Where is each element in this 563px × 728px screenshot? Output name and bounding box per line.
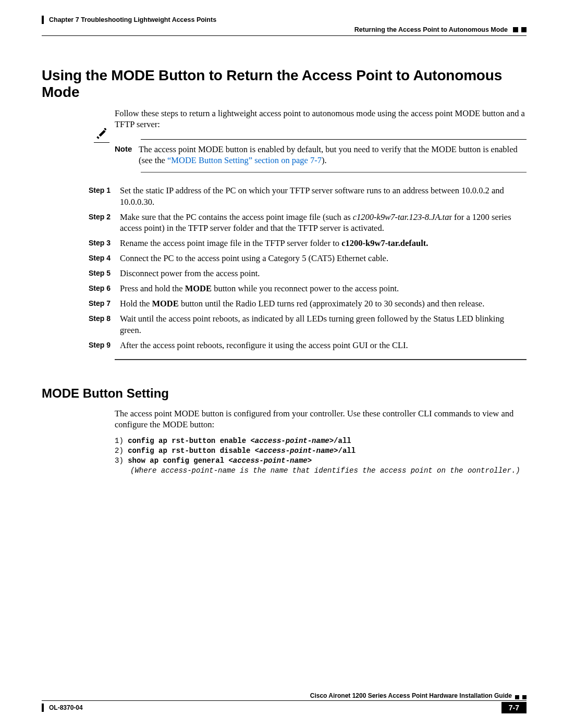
section1-intro: Follow these steps to return a lightweig… <box>115 108 527 130</box>
mode-button-setting-link[interactable]: “MODE Button Setting” section on page 7-… <box>167 155 322 165</box>
step-row: Step 8Wait until the access point reboot… <box>89 313 527 335</box>
steps-block: Step 1Set the static IP address of the P… <box>89 185 527 360</box>
step-row: Step 1Set the static IP address of the P… <box>89 185 527 207</box>
step-label: Step 2 <box>89 212 120 222</box>
step-label: Step 1 <box>89 185 120 195</box>
step-row: Step 4Connect the PC to the access point… <box>89 253 527 264</box>
step-label: Step 7 <box>89 298 120 309</box>
header-chapter-row: Chapter 7 Troubleshooting Lightweight Ac… <box>42 16 527 24</box>
header-chapter: Chapter 7 Troubleshooting Lightweight Ac… <box>49 16 216 23</box>
step-text: Make sure that the PC contains the acces… <box>120 212 527 233</box>
pencil-icon <box>95 128 108 141</box>
step-label: Step 4 <box>89 253 120 263</box>
cli-line: 1) config ap rst-button enable <access-p… <box>115 436 527 446</box>
section2-intro: The access point MODE button is configur… <box>115 408 527 430</box>
step-row: Step 9After the access point reboots, re… <box>89 340 527 351</box>
header-square-icon <box>521 27 527 32</box>
footer-guide: Cisco Aironet 1200 Series Access Point H… <box>310 692 512 699</box>
footer-doc: OL-8370-04 <box>49 704 83 711</box>
step-text: Connect the PC to the access point using… <box>120 253 527 264</box>
header-rule <box>42 35 527 36</box>
step-row: Step 6Press and hold the MODE button whi… <box>89 283 527 294</box>
step-text: Hold the MODE button until the Radio LED… <box>120 298 527 309</box>
header-breadcrumb-row: Returning the Access Point to Autonomous… <box>42 26 527 33</box>
step-text: Disconnect power from the access point. <box>120 268 527 279</box>
step-label: Step 6 <box>89 283 120 293</box>
step-text: Rename the access point image file in th… <box>120 238 527 249</box>
step-label: Step 3 <box>89 238 120 248</box>
page-number: 7-7 <box>501 702 527 713</box>
footer-square-icon <box>522 695 527 699</box>
step-label: Step 9 <box>89 340 120 350</box>
footer: Cisco Aironet 1200 Series Access Point H… <box>42 692 527 713</box>
step-label: Step 8 <box>89 313 120 324</box>
step-text: Press and hold the MODE button while you… <box>120 283 527 294</box>
step-label: Step 5 <box>89 268 120 278</box>
step-text: After the access point reboots, reconfig… <box>120 340 527 351</box>
header-breadcrumb: Returning the Access Point to Autonomous… <box>354 26 508 33</box>
footer-square-icon <box>515 695 519 699</box>
note-text: The access point MODE button is enabled … <box>139 144 527 166</box>
step-row: Step 2Make sure that the PC contains the… <box>89 212 527 233</box>
header-square-icon <box>513 27 518 32</box>
note-icon-col <box>89 128 115 143</box>
footer-bar-icon <box>42 704 44 712</box>
note-label: Note <box>115 144 139 153</box>
header-bar-icon <box>42 16 44 24</box>
step-row: Step 7Hold the MODE button until the Rad… <box>89 298 527 309</box>
cli-note: (Where access-point-name is the name tha… <box>115 466 527 476</box>
step-text: Wait until the access point reboots, as … <box>120 313 527 335</box>
cli-block: 1) config ap rst-button enable <access-p… <box>115 436 527 476</box>
step-row: Step 3Rename the access point image file… <box>89 238 527 249</box>
section2-title: MODE Button Setting <box>42 386 527 401</box>
cli-line: 2) config ap rst-button disable <access-… <box>115 446 527 456</box>
cli-line: 3) show ap config general <access-point-… <box>115 456 527 466</box>
step-row: Step 5Disconnect power from the access p… <box>89 268 527 279</box>
note-block: Note The access point MODE button is ena… <box>89 139 527 172</box>
step-text: Set the static IP address of the PC on w… <box>120 185 527 207</box>
section1-title: Using the MODE Button to Return the Acce… <box>42 67 527 101</box>
